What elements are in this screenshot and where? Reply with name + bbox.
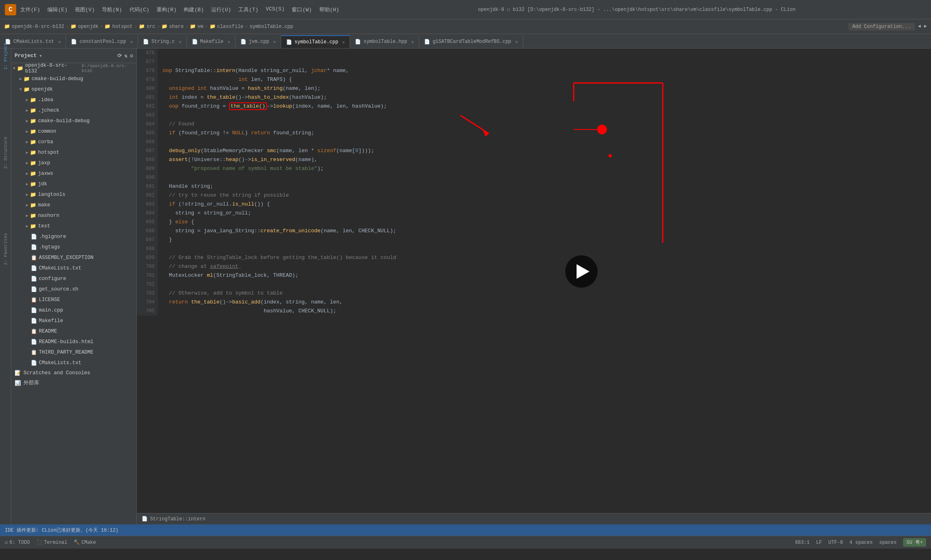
bc-hotspot[interactable]: 📁 hotspot (104, 23, 132, 30)
file-icon-bar: 📄 (142, 516, 148, 522)
bc-openjdk[interactable]: 📁 openjdk (70, 23, 98, 30)
settings-icon[interactable]: ⚙ (130, 53, 133, 59)
tree-jaxp[interactable]: ▶ 📁 jaxp (11, 158, 136, 168)
tree-configure[interactable]: 📄 configure (11, 274, 136, 284)
tree-hgtags[interactable]: 📄 .hgtags (11, 242, 136, 252)
tab-close-symboltable-hpp[interactable]: ✕ (411, 39, 414, 45)
line-num-694: 694 (137, 209, 158, 218)
tree-cmakelists-file[interactable]: 📄 CMakeLists.txt (11, 263, 136, 274)
play-button[interactable] (565, 255, 598, 288)
tree-langtools[interactable]: ▶ 📁 langtools (11, 189, 136, 200)
collapse-icon[interactable]: ⇅ (124, 53, 127, 59)
line-content-687: debug_only(StableMemoryChecker smc(name,… (158, 146, 374, 155)
tab-makefile[interactable]: 📄 Makefile ✕ (187, 35, 235, 48)
bc-src[interactable]: 📁 src (139, 23, 155, 30)
tree-common[interactable]: ▶ 📁 common (11, 126, 136, 137)
cmake-tool[interactable]: 🔨 CMake (74, 539, 96, 545)
tree-test[interactable]: ▶ 📁 test (11, 221, 136, 231)
tab-close-cmakelists[interactable]: ✕ (58, 39, 61, 45)
tree-cmake-build-l2[interactable]: ▶ 📁 cmake-build-debug (11, 116, 136, 126)
tree-hgignore[interactable]: 📄 .hgignore (11, 231, 136, 242)
tab-close-g1satb[interactable]: ✕ (515, 39, 518, 45)
code-line-687: 687 debug_only(StableMemoryChecker smc(n… (137, 146, 931, 155)
menu-code[interactable]: 代码(C) (129, 6, 149, 13)
scratches-item[interactable]: 📝 Scratches and Consoles (11, 368, 136, 378)
tab-g1satb[interactable]: 📄 g1SATBCardTableModRefBS.cpp ✕ (419, 35, 523, 48)
tab-close-string[interactable]: ✕ (179, 39, 182, 45)
tab-string[interactable]: 📄 String.c ✕ (138, 35, 187, 48)
tree-license[interactable]: 📋 LICENSE (11, 295, 136, 305)
tree-readme-builds[interactable]: 📄 README-builds.html (11, 337, 136, 347)
menu-edit[interactable]: 编辑(E) (47, 6, 67, 13)
bc-root[interactable]: openjdk-8-src-b132 (12, 24, 64, 30)
folder-icon-idea: 📁 (30, 97, 36, 103)
code-editor[interactable]: 676 677 678 oop StringTable::intern(Hand… (137, 49, 931, 513)
menu-vcs[interactable]: VCS(S) (266, 6, 285, 13)
code-line-702: 702 (137, 280, 931, 289)
tree-openjdk[interactable]: ▼ 📁 openjdk (11, 84, 136, 95)
tab-close-makefile[interactable]: ✕ (227, 39, 230, 45)
tab-jvm[interactable]: 📄 jvm.cpp ✕ (235, 35, 281, 48)
editor-area: 676 677 678 oop StringTable::intern(Hand… (137, 49, 931, 524)
tree-readme[interactable]: 📋 README (11, 326, 136, 337)
tree-get-source[interactable]: 📄 get_source.sh (11, 284, 136, 295)
todo-tool[interactable]: ☑ 6: TODO (5, 539, 30, 545)
tab-close-jvm[interactable]: ✕ (273, 39, 276, 45)
add-config-button[interactable]: Add Configuration... (848, 23, 915, 30)
external-lib-item[interactable]: 📊 外部库 (11, 378, 136, 388)
file-icon-main-cpp: 📄 (31, 307, 37, 314)
bc-vm[interactable]: 📁 vm (190, 23, 203, 30)
bc-file[interactable]: symbolTable.cpp (250, 24, 293, 30)
tree-jdk[interactable]: ▶ 📁 jdk (11, 179, 136, 189)
menu-view[interactable]: 视图(V) (75, 6, 95, 13)
tree-make[interactable]: ▶ 📁 make (11, 200, 136, 210)
dropdown-arrow[interactable]: ▾ (39, 53, 42, 59)
tab-symboltable-hpp[interactable]: 📄 symbolTable.hpp ✕ (350, 35, 419, 48)
code-line-699: 699 // Grab the StringTable_lock before … (137, 253, 931, 262)
tab-symboltable-cpp[interactable]: 📄 symbolTable.cpp ✕ (281, 35, 350, 48)
bc-classfile[interactable]: 📁 classfile (210, 23, 244, 30)
menu-run[interactable]: 运行(U) (211, 6, 231, 13)
tree-jcheck[interactable]: ▶ 📁 .jcheck (11, 105, 136, 116)
menu-refactor[interactable]: 重构(R) (157, 6, 176, 13)
line-num-678: 678 (137, 66, 158, 75)
menu-help[interactable]: 帮助(H) (319, 6, 339, 13)
menu-navigate[interactable]: 导航(N) (102, 6, 122, 13)
project-icon[interactable]: 1: Project (1, 52, 10, 61)
tab-constantpool[interactable]: 📄 constantPool.cpp ✕ (66, 35, 138, 48)
tree-main-cpp[interactable]: 📄 main.cpp (11, 305, 136, 316)
tree-cmakelists2[interactable]: 📄 CMakeLists.txt (11, 358, 136, 368)
structure-icon[interactable]: 2: Structure (1, 148, 10, 157)
menu-tools[interactable]: 工具(T) (238, 6, 258, 13)
terminal-tool[interactable]: ⬛ Terminal (36, 539, 68, 545)
line-content-694: string = string_or_null; (158, 209, 251, 218)
cmake-icon: 🔨 (74, 539, 80, 545)
tree-corba[interactable]: ▶ 📁 corba (11, 137, 136, 147)
tree-third-party[interactable]: 📋 THIRD_PARTY_README (11, 347, 136, 358)
sync-icon[interactable]: ⟳ (117, 53, 122, 59)
tree-hotspot[interactable]: ▶ 📁 hotspot (11, 147, 136, 158)
tab-close-symboltable-cpp[interactable]: ✕ (342, 40, 345, 45)
tab-close-constantpool[interactable]: ✕ (130, 39, 133, 45)
menu-build[interactable]: 构建(B) (184, 6, 204, 13)
line-content-688: assert(!Universe::heap()->is_in_reserved… (158, 155, 317, 164)
nav-arrow-left[interactable]: ◀ (918, 23, 921, 30)
bc-share[interactable]: 📁 share (161, 23, 184, 30)
menu-bar[interactable]: 文件(F) 编辑(E) 视图(V) 导航(N) 代码(C) 重构(R) 构建(B… (20, 6, 339, 13)
tree-jaxws[interactable]: ▶ 📁 jaxws (11, 168, 136, 179)
tree-assembly[interactable]: 📋 ASSEMBLY_EXCEPTION (11, 252, 136, 263)
menu-window[interactable]: 窗口(W) (292, 6, 312, 13)
tree-makefile[interactable]: 📄 Makefile (11, 316, 136, 326)
git-status[interactable]: SU 粤+ (903, 538, 926, 547)
tree-nashorn[interactable]: ▶ 📁 nashorn (11, 210, 136, 221)
line-content-695: } else { (158, 218, 194, 227)
menu-file[interactable]: 文件(F) (20, 6, 40, 13)
line-num-695: 695 (137, 218, 158, 227)
folder-icon-jaxp: 📁 (30, 160, 36, 166)
tree-cmake-build[interactable]: ▶ 📁 cmake-build-debug (11, 74, 136, 84)
tree-idea[interactable]: ▶ 📁 .idea (11, 95, 136, 105)
tab-cmakelists[interactable]: 📄 CMakeLists.txt ✕ (0, 35, 66, 48)
nav-arrow-right[interactable]: ▶ (924, 23, 927, 30)
tree-root[interactable]: ▼ 📁 openjdk-8-src-b132 D:/openjdk-8-src-… (11, 63, 136, 74)
favorites-icon[interactable]: 2: Favorites (1, 244, 10, 253)
